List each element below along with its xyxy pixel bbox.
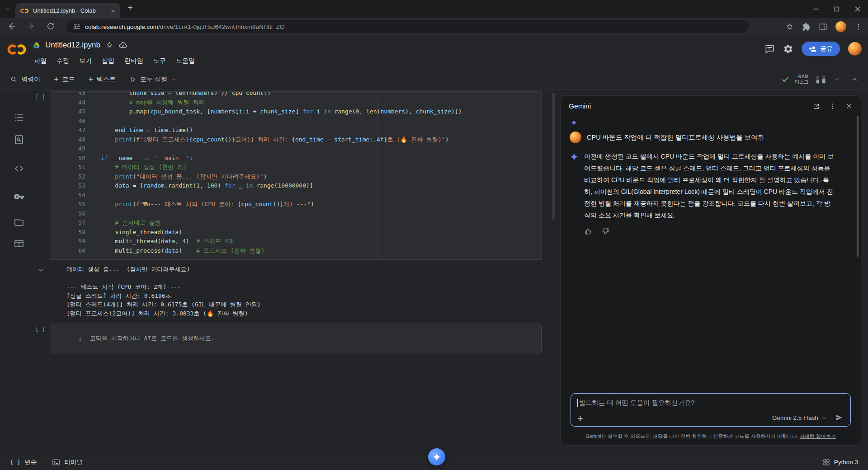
extensions-icon[interactable]: [802, 23, 811, 31]
resource-meter-icon[interactable]: [814, 74, 828, 85]
table-of-contents-icon[interactable]: [14, 112, 24, 123]
code-snippets-icon[interactable]: [14, 163, 24, 174]
output-line: --- 테스트 시작 (CPU 코어: 2개) ---: [66, 282, 261, 291]
window-maximize-button[interactable]: [826, 0, 847, 18]
line-number: 49: [50, 144, 85, 154]
code-line[interactable]: 52 print("데이터 생성 중... (잠시만 기다려주세요)"): [50, 172, 541, 182]
back-icon[interactable]: [6, 21, 16, 31]
tab-list-chevron-icon[interactable]: [5, 6, 10, 12]
share-button[interactable]: 공유: [802, 42, 840, 56]
files-folder-icon[interactable]: [14, 217, 24, 228]
notebook-scrollbar[interactable]: [552, 93, 555, 220]
model-selector[interactable]: Gemini 2.5 Flash: [772, 414, 827, 421]
code-line[interactable]: 56: [50, 209, 541, 219]
saved-cloud-icon[interactable]: [118, 41, 127, 50]
gemini-menu-kebab-icon[interactable]: [829, 103, 836, 110]
data-table-icon[interactable]: [14, 238, 24, 249]
line-number: 58: [50, 228, 85, 237]
line-number: 55: [50, 200, 85, 209]
menu-item-5[interactable]: 도구: [148, 55, 171, 67]
plus-icon: +: [54, 75, 59, 84]
code-line[interactable]: 51 # 데이터 생성 (천만 개): [50, 163, 541, 172]
code-line[interactable]: 59 multi_thread(data, 4) # 스레드 4개: [50, 237, 541, 246]
output-line: [멀티 스레드(4개)] 처리 시간: 0.6175초 (GIL 때문에 병렬 …: [66, 300, 261, 309]
forward-icon[interactable]: [26, 21, 36, 31]
browser-profile-avatar[interactable]: [835, 21, 846, 32]
reload-icon[interactable]: [46, 22, 55, 31]
resource-labels[interactable]: RAM 디스크: [795, 74, 808, 85]
menu-item-0[interactable]: 파일: [29, 55, 52, 67]
empty-code-cell[interactable]: 1 코딩을 시작하거나 AI로 코드를 생성하세요.: [50, 324, 542, 353]
settings-gear-icon[interactable]: [783, 44, 793, 54]
code-line[interactable]: 58 single_thread(data): [50, 228, 541, 237]
code-line[interactable]: 60 multi_process(data) # 프로세스 (진짜 병렬): [50, 246, 541, 256]
gemini-fab-button[interactable]: [428, 448, 445, 465]
code-line[interactable]: 53 data = [random.randint(1, 100) for _ …: [50, 181, 541, 191]
colab-logo[interactable]: [6, 44, 27, 55]
add-text-button[interactable]: + 텍스트: [89, 75, 116, 84]
url-bar[interactable]: colab.research.google.com/drive/1LrA1-0j…: [67, 20, 749, 33]
cell-run-indicator[interactable]: [ ]: [35, 326, 45, 333]
line-number: 45: [50, 107, 85, 117]
code-line[interactable]: 45 p.map(cpu_bound_task, [numbers[i:i + …: [50, 107, 541, 117]
resource-caret-icon[interactable]: [834, 76, 840, 82]
new-tab-button[interactable]: +: [127, 3, 133, 13]
code-line[interactable]: 57 # 순서대로 실행: [50, 218, 541, 228]
send-button[interactable]: [835, 414, 843, 422]
tab-close-icon[interactable]: [110, 8, 116, 14]
side-panel-icon[interactable]: [819, 23, 827, 31]
find-replace-icon[interactable]: [14, 134, 24, 145]
cell-output: 데이터 생성 중... (잠시만 기다려주세요) --- 테스트 시작 (CPU…: [66, 265, 261, 318]
menu-item-1[interactable]: 수정: [52, 55, 74, 67]
favorite-star-icon[interactable]: [105, 41, 113, 49]
collapse-header-icon[interactable]: [851, 76, 858, 83]
generate-link[interactable]: 생성: [182, 335, 193, 342]
window-minimize-button[interactable]: [806, 0, 826, 18]
attach-button[interactable]: +: [577, 414, 583, 423]
person-add-icon: [809, 45, 816, 53]
add-code-button[interactable]: + 코드: [54, 75, 75, 84]
close-panel-icon[interactable]: [845, 103, 853, 110]
code-line[interactable]: 49: [50, 144, 541, 154]
secrets-key-icon[interactable]: [14, 191, 24, 202]
line-number: 50: [50, 154, 85, 163]
tab-title: Untitled12.ipynb - Colab: [33, 7, 106, 14]
code-line[interactable]: 43 chunk_size = len(numbers) // cpu_coun…: [50, 91, 541, 98]
terminal-button[interactable]: 터미널: [52, 458, 83, 466]
kernel-selector[interactable]: Python 3: [823, 459, 858, 466]
pop-out-icon[interactable]: [812, 103, 820, 110]
code-line[interactable]: 50if __name__ == '__main__':: [50, 154, 541, 163]
thumbs-up-icon[interactable]: [584, 227, 592, 235]
code-line[interactable]: 48 print(f"[멀티 프로세스({cpu_count()}코어)] 처리…: [50, 135, 541, 145]
code-line[interactable]: 46: [50, 117, 541, 126]
variables-button[interactable]: { } 변수: [10, 458, 37, 466]
learn-more-link[interactable]: 자세히 알아보기: [800, 433, 836, 439]
menu-item-3[interactable]: 삽입: [97, 55, 119, 67]
run-all-button[interactable]: 모두 실행: [129, 75, 176, 84]
output-collapse-icon[interactable]: [37, 267, 44, 274]
site-info-icon[interactable]: [73, 23, 80, 30]
code-line[interactable]: 54: [50, 191, 541, 200]
thumbs-down-icon[interactable]: [601, 227, 609, 235]
code-lines: 43 chunk_size = len(numbers) // cpu_coun…: [50, 91, 541, 255]
code-cell-editor[interactable]: 43 chunk_size = len(numbers) // cpu_coun…: [50, 91, 542, 260]
code-line[interactable]: 47 end_time = time.time(): [50, 126, 541, 135]
menu-item-4[interactable]: 런타임: [119, 55, 148, 67]
code-line[interactable]: 55 print(f"₩n--- 테스트 시작 (CPU 코어: {cpu_co…: [50, 200, 541, 209]
line-number: 54: [50, 191, 85, 200]
terminal-icon: [52, 458, 60, 466]
menu-item-2[interactable]: 보기: [74, 55, 97, 67]
window-close-button[interactable]: [847, 0, 868, 18]
chat-scrollbar[interactable]: [857, 116, 859, 257]
command-palette-button[interactable]: 명령어: [10, 75, 40, 84]
notebook-title[interactable]: Untitled12.ipynb: [45, 41, 100, 50]
account-avatar[interactable]: [848, 42, 862, 56]
cell-run-indicator[interactable]: [ ]: [35, 94, 45, 100]
browser-menu-kebab-icon[interactable]: [854, 23, 863, 31]
menu-item-6[interactable]: 도움말: [171, 55, 200, 67]
gemini-input[interactable]: 빌드하는 데 어떤 도움이 필요하신가요? + Gemini 2.5 Flash: [571, 393, 851, 427]
comments-icon[interactable]: [764, 44, 775, 54]
bookmark-star-icon[interactable]: [785, 23, 794, 31]
code-line[interactable]: 44 # map을 이용해 병렬 처리: [50, 98, 541, 108]
browser-tab[interactable]: Untitled12.ipynb - Colab: [15, 3, 120, 18]
